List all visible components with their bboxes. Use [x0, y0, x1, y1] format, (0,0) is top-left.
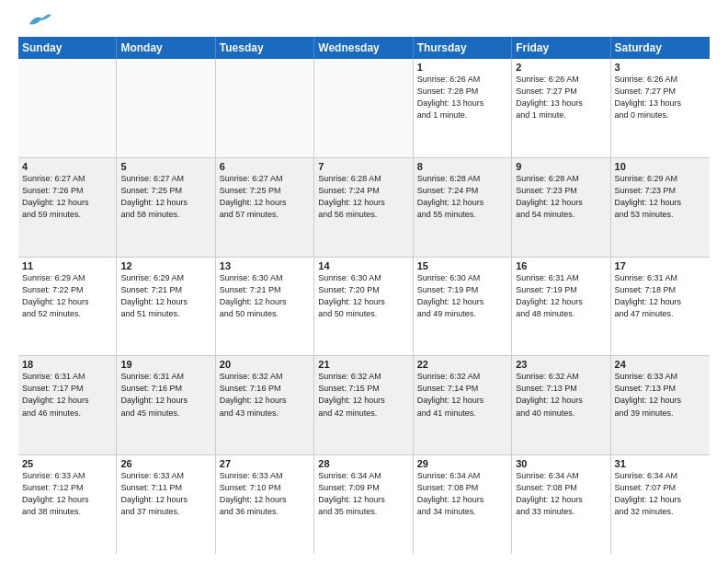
- day-info: Sunrise: 6:29 AMSunset: 7:22 PMDaylight:…: [22, 272, 112, 320]
- calendar-cell: 5Sunrise: 6:27 AMSunset: 7:25 PMDaylight…: [117, 158, 215, 257]
- day-number: 11: [22, 260, 112, 271]
- day-info: Sunrise: 6:27 AMSunset: 7:25 PMDaylight:…: [220, 173, 310, 221]
- calendar-cell: 13Sunrise: 6:30 AMSunset: 7:21 PMDayligh…: [216, 258, 314, 356]
- logo: [18, 15, 51, 31]
- calendar-week-4: 18Sunrise: 6:31 AMSunset: 7:17 PMDayligh…: [18, 356, 710, 455]
- day-info: Sunrise: 6:30 AMSunset: 7:21 PMDaylight:…: [220, 272, 310, 320]
- day-info: Sunrise: 6:31 AMSunset: 7:19 PMDaylight:…: [516, 272, 606, 320]
- page: SundayMondayTuesdayWednesdayThursdayFrid…: [0, 0, 728, 563]
- day-info: Sunrise: 6:28 AMSunset: 7:23 PMDaylight:…: [516, 173, 606, 221]
- calendar-cell: [314, 59, 413, 157]
- day-info: Sunrise: 6:27 AMSunset: 7:26 PMDaylight:…: [22, 173, 112, 221]
- day-number: 25: [22, 458, 112, 469]
- calendar-week-2: 4Sunrise: 6:27 AMSunset: 7:26 PMDaylight…: [18, 158, 710, 258]
- day-number: 10: [615, 161, 706, 172]
- day-number: 20: [220, 359, 310, 370]
- cal-header-sunday: Sunday: [18, 37, 117, 59]
- calendar-cell: 8Sunrise: 6:28 AMSunset: 7:24 PMDaylight…: [414, 158, 512, 257]
- calendar-cell: 16Sunrise: 6:31 AMSunset: 7:19 PMDayligh…: [512, 258, 610, 356]
- calendar-cell: 21Sunrise: 6:32 AMSunset: 7:15 PMDayligh…: [314, 356, 413, 454]
- calendar-cell: 17Sunrise: 6:31 AMSunset: 7:18 PMDayligh…: [611, 258, 710, 356]
- calendar-cell: [216, 59, 314, 157]
- day-number: 5: [120, 161, 210, 172]
- day-number: 22: [417, 359, 507, 370]
- calendar-week-3: 11Sunrise: 6:29 AMSunset: 7:22 PMDayligh…: [18, 258, 710, 357]
- day-number: 19: [120, 359, 210, 370]
- day-info: Sunrise: 6:32 AMSunset: 7:14 PMDaylight:…: [417, 371, 507, 419]
- calendar-cell: 11Sunrise: 6:29 AMSunset: 7:22 PMDayligh…: [18, 258, 117, 356]
- day-number: 30: [516, 458, 606, 469]
- calendar-cell: 23Sunrise: 6:32 AMSunset: 7:13 PMDayligh…: [512, 356, 610, 454]
- day-number: 13: [220, 260, 310, 271]
- day-number: 15: [417, 260, 507, 271]
- day-number: 7: [318, 161, 408, 172]
- calendar: SundayMondayTuesdayWednesdayThursdayFrid…: [18, 37, 710, 554]
- day-info: Sunrise: 6:29 AMSunset: 7:21 PMDaylight:…: [120, 272, 210, 320]
- calendar-cell: 7Sunrise: 6:28 AMSunset: 7:24 PMDaylight…: [314, 158, 413, 257]
- cal-header-tuesday: Tuesday: [216, 37, 314, 59]
- day-info: Sunrise: 6:33 AMSunset: 7:13 PMDaylight:…: [615, 371, 706, 419]
- day-number: 6: [220, 161, 310, 172]
- calendar-cell: 20Sunrise: 6:32 AMSunset: 7:16 PMDayligh…: [216, 356, 314, 454]
- day-info: Sunrise: 6:32 AMSunset: 7:13 PMDaylight:…: [516, 371, 606, 419]
- day-info: Sunrise: 6:27 AMSunset: 7:25 PMDaylight:…: [120, 173, 210, 221]
- calendar-cell: 31Sunrise: 6:34 AMSunset: 7:07 PMDayligh…: [611, 455, 710, 554]
- day-info: Sunrise: 6:31 AMSunset: 7:18 PMDaylight:…: [615, 272, 706, 320]
- cal-header-wednesday: Wednesday: [314, 37, 413, 59]
- day-info: Sunrise: 6:28 AMSunset: 7:24 PMDaylight:…: [318, 173, 408, 221]
- calendar-cell: 12Sunrise: 6:29 AMSunset: 7:21 PMDayligh…: [117, 258, 215, 356]
- day-number: 4: [22, 161, 112, 172]
- day-info: Sunrise: 6:33 AMSunset: 7:12 PMDaylight:…: [22, 470, 112, 518]
- day-info: Sunrise: 6:29 AMSunset: 7:23 PMDaylight:…: [615, 173, 706, 221]
- day-info: Sunrise: 6:34 AMSunset: 7:09 PMDaylight:…: [318, 470, 408, 518]
- calendar-cell: 28Sunrise: 6:34 AMSunset: 7:09 PMDayligh…: [314, 455, 413, 554]
- day-info: Sunrise: 6:30 AMSunset: 7:19 PMDaylight:…: [417, 272, 507, 320]
- day-info: Sunrise: 6:31 AMSunset: 7:16 PMDaylight:…: [120, 371, 210, 419]
- day-info: Sunrise: 6:34 AMSunset: 7:08 PMDaylight:…: [417, 470, 507, 518]
- cal-header-saturday: Saturday: [611, 37, 710, 59]
- day-info: Sunrise: 6:26 AMSunset: 7:27 PMDaylight:…: [615, 74, 706, 121]
- day-number: 27: [220, 458, 310, 469]
- day-info: Sunrise: 6:26 AMSunset: 7:28 PMDaylight:…: [417, 74, 507, 121]
- calendar-cell: 2Sunrise: 6:26 AMSunset: 7:27 PMDaylight…: [512, 59, 610, 157]
- day-info: Sunrise: 6:28 AMSunset: 7:24 PMDaylight:…: [417, 173, 507, 221]
- day-info: Sunrise: 6:34 AMSunset: 7:07 PMDaylight:…: [615, 470, 706, 518]
- day-number: 28: [318, 458, 408, 469]
- day-info: Sunrise: 6:31 AMSunset: 7:17 PMDaylight:…: [22, 371, 112, 419]
- day-number: 26: [120, 458, 210, 469]
- day-number: 23: [516, 359, 606, 370]
- calendar-cell: 19Sunrise: 6:31 AMSunset: 7:16 PMDayligh…: [117, 356, 215, 454]
- day-info: Sunrise: 6:30 AMSunset: 7:20 PMDaylight:…: [318, 272, 408, 320]
- day-number: 17: [615, 260, 706, 271]
- day-number: 21: [318, 359, 408, 370]
- day-number: 31: [615, 458, 706, 469]
- calendar-cell: 1Sunrise: 6:26 AMSunset: 7:28 PMDaylight…: [414, 59, 512, 157]
- day-number: 3: [615, 62, 706, 73]
- day-number: 14: [318, 260, 408, 271]
- calendar-cell: 26Sunrise: 6:33 AMSunset: 7:11 PMDayligh…: [117, 455, 215, 554]
- calendar-cell: 29Sunrise: 6:34 AMSunset: 7:08 PMDayligh…: [414, 455, 512, 554]
- calendar-cell: 25Sunrise: 6:33 AMSunset: 7:12 PMDayligh…: [18, 455, 117, 554]
- day-number: 24: [615, 359, 706, 370]
- logo-bird-icon: [22, 11, 51, 31]
- calendar-cell: 4Sunrise: 6:27 AMSunset: 7:26 PMDaylight…: [18, 158, 117, 257]
- calendar-cell: 6Sunrise: 6:27 AMSunset: 7:25 PMDaylight…: [216, 158, 314, 257]
- day-number: 29: [417, 458, 507, 469]
- calendar-cell: [117, 59, 215, 157]
- cal-header-friday: Friday: [512, 37, 610, 59]
- calendar-cell: 18Sunrise: 6:31 AMSunset: 7:17 PMDayligh…: [18, 356, 117, 454]
- day-info: Sunrise: 6:32 AMSunset: 7:15 PMDaylight:…: [318, 371, 408, 419]
- day-number: 18: [22, 359, 112, 370]
- day-number: 12: [120, 260, 210, 271]
- day-number: 2: [516, 62, 606, 73]
- day-info: Sunrise: 6:33 AMSunset: 7:11 PMDaylight:…: [120, 470, 210, 518]
- day-info: Sunrise: 6:34 AMSunset: 7:08 PMDaylight:…: [516, 470, 606, 518]
- calendar-cell: 15Sunrise: 6:30 AMSunset: 7:19 PMDayligh…: [414, 258, 512, 356]
- header: [18, 15, 710, 31]
- day-number: 9: [516, 161, 606, 172]
- calendar-week-1: 1Sunrise: 6:26 AMSunset: 7:28 PMDaylight…: [18, 59, 710, 158]
- calendar-cell: [18, 59, 117, 157]
- calendar-cell: 3Sunrise: 6:26 AMSunset: 7:27 PMDaylight…: [611, 59, 710, 157]
- day-number: 8: [417, 161, 507, 172]
- day-info: Sunrise: 6:33 AMSunset: 7:10 PMDaylight:…: [220, 470, 310, 518]
